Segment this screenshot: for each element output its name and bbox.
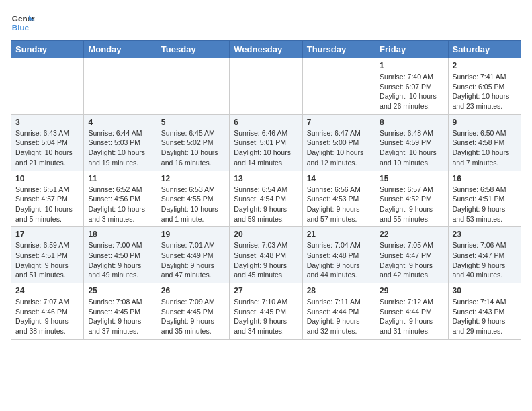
logo-icon: General Blue (11, 11, 35, 35)
page-header: General Blue (11, 11, 521, 35)
day-info: Sunrise: 7:10 AM Sunset: 4:45 PM Dayligh… (234, 297, 298, 336)
calendar-cell: 14Sunrise: 6:56 AM Sunset: 4:53 PM Dayli… (302, 171, 375, 227)
day-header-sunday: Sunday (11, 41, 84, 58)
day-number: 17 (15, 230, 79, 239)
day-number: 22 (380, 230, 443, 239)
day-info: Sunrise: 7:04 AM Sunset: 4:48 PM Dayligh… (307, 240, 371, 280)
day-info: Sunrise: 7:12 AM Sunset: 4:44 PM Dayligh… (380, 297, 443, 336)
day-number: 5 (161, 118, 225, 127)
calendar-cell (11, 58, 84, 115)
day-info: Sunrise: 6:48 AM Sunset: 4:59 PM Dayligh… (380, 128, 443, 168)
day-info: Sunrise: 7:00 AM Sunset: 4:50 PM Dayligh… (88, 240, 152, 280)
calendar-cell: 26Sunrise: 7:09 AM Sunset: 4:45 PM Dayli… (157, 283, 229, 340)
calendar-cell: 23Sunrise: 7:06 AM Sunset: 4:47 PM Dayli… (448, 227, 521, 283)
calendar-cell (230, 58, 302, 115)
day-info: Sunrise: 7:06 AM Sunset: 4:47 PM Dayligh… (453, 240, 517, 280)
calendar-cell: 5Sunrise: 6:45 AM Sunset: 5:02 PM Daylig… (157, 114, 229, 171)
day-number: 11 (88, 174, 152, 183)
calendar-week-5: 24Sunrise: 7:07 AM Sunset: 4:46 PM Dayli… (11, 283, 521, 340)
day-number: 2 (453, 61, 517, 71)
calendar-cell: 13Sunrise: 6:54 AM Sunset: 4:54 PM Dayli… (230, 171, 302, 227)
day-info: Sunrise: 7:41 AM Sunset: 6:05 PM Dayligh… (453, 72, 517, 111)
svg-text:Blue: Blue (12, 23, 30, 32)
day-number: 24 (15, 286, 79, 295)
calendar-week-1: 1Sunrise: 7:40 AM Sunset: 6:07 PM Daylig… (11, 58, 521, 115)
calendar-cell: 16Sunrise: 6:58 AM Sunset: 4:51 PM Dayli… (448, 171, 521, 227)
day-number: 12 (161, 174, 225, 183)
calendar-cell: 12Sunrise: 6:53 AM Sunset: 4:55 PM Dayli… (157, 171, 229, 227)
day-number: 15 (380, 174, 443, 183)
day-number: 16 (453, 174, 517, 183)
day-info: Sunrise: 6:46 AM Sunset: 5:01 PM Dayligh… (234, 128, 298, 168)
day-info: Sunrise: 7:11 AM Sunset: 4:44 PM Dayligh… (307, 297, 371, 336)
logo: General Blue (11, 11, 35, 35)
day-info: Sunrise: 7:03 AM Sunset: 4:48 PM Dayligh… (234, 240, 298, 280)
calendar-cell: 19Sunrise: 7:01 AM Sunset: 4:49 PM Dayli… (157, 227, 229, 283)
day-header-monday: Monday (84, 41, 157, 58)
day-number: 9 (453, 118, 517, 127)
calendar-cell: 10Sunrise: 6:51 AM Sunset: 4:57 PM Dayli… (11, 171, 84, 227)
day-header-wednesday: Wednesday (230, 41, 302, 58)
day-number: 23 (453, 230, 517, 239)
calendar-cell (302, 58, 375, 115)
day-info: Sunrise: 6:52 AM Sunset: 4:56 PM Dayligh… (88, 185, 152, 224)
day-number: 13 (234, 174, 298, 183)
day-number: 28 (307, 286, 371, 295)
calendar-cell: 15Sunrise: 6:57 AM Sunset: 4:52 PM Dayli… (375, 171, 448, 227)
day-number: 14 (307, 174, 371, 183)
calendar-cell: 27Sunrise: 7:10 AM Sunset: 4:45 PM Dayli… (230, 283, 302, 340)
calendar-cell: 21Sunrise: 7:04 AM Sunset: 4:48 PM Dayli… (302, 227, 375, 283)
day-number: 19 (161, 230, 225, 239)
day-info: Sunrise: 7:07 AM Sunset: 4:46 PM Dayligh… (15, 297, 79, 336)
day-info: Sunrise: 6:59 AM Sunset: 4:51 PM Dayligh… (15, 240, 79, 280)
calendar-cell: 9Sunrise: 6:50 AM Sunset: 4:58 PM Daylig… (448, 114, 521, 171)
day-info: Sunrise: 7:01 AM Sunset: 4:49 PM Dayligh… (161, 240, 225, 280)
day-info: Sunrise: 7:08 AM Sunset: 4:45 PM Dayligh… (88, 297, 152, 336)
day-number: 26 (161, 286, 225, 295)
day-number: 1 (380, 61, 443, 71)
day-info: Sunrise: 6:53 AM Sunset: 4:55 PM Dayligh… (161, 185, 225, 224)
day-info: Sunrise: 6:50 AM Sunset: 4:58 PM Dayligh… (453, 128, 517, 168)
day-info: Sunrise: 7:14 AM Sunset: 4:43 PM Dayligh… (453, 297, 517, 336)
day-number: 21 (307, 230, 371, 239)
day-number: 30 (453, 286, 517, 295)
calendar-cell: 20Sunrise: 7:03 AM Sunset: 4:48 PM Dayli… (230, 227, 302, 283)
day-number: 27 (234, 286, 298, 295)
day-info: Sunrise: 6:47 AM Sunset: 5:00 PM Dayligh… (307, 128, 371, 168)
calendar-cell: 2Sunrise: 7:41 AM Sunset: 6:05 PM Daylig… (448, 58, 521, 115)
day-info: Sunrise: 7:09 AM Sunset: 4:45 PM Dayligh… (161, 297, 225, 336)
day-info: Sunrise: 6:57 AM Sunset: 4:52 PM Dayligh… (380, 185, 443, 224)
calendar-week-4: 17Sunrise: 6:59 AM Sunset: 4:51 PM Dayli… (11, 227, 521, 283)
calendar-header-row: SundayMondayTuesdayWednesdayThursdayFrid… (11, 41, 521, 58)
calendar-cell: 18Sunrise: 7:00 AM Sunset: 4:50 PM Dayli… (84, 227, 157, 283)
calendar-cell: 7Sunrise: 6:47 AM Sunset: 5:00 PM Daylig… (302, 114, 375, 171)
day-number: 25 (88, 286, 152, 295)
calendar-week-3: 10Sunrise: 6:51 AM Sunset: 4:57 PM Dayli… (11, 171, 521, 227)
day-header-thursday: Thursday (302, 41, 375, 58)
day-header-friday: Friday (375, 41, 448, 58)
day-info: Sunrise: 6:43 AM Sunset: 5:04 PM Dayligh… (15, 128, 79, 168)
calendar-cell: 29Sunrise: 7:12 AM Sunset: 4:44 PM Dayli… (375, 283, 448, 340)
calendar-cell: 6Sunrise: 6:46 AM Sunset: 5:01 PM Daylig… (230, 114, 302, 171)
calendar-cell: 17Sunrise: 6:59 AM Sunset: 4:51 PM Dayli… (11, 227, 84, 283)
day-number: 3 (15, 118, 79, 127)
day-number: 8 (380, 118, 443, 127)
calendar-cell: 3Sunrise: 6:43 AM Sunset: 5:04 PM Daylig… (11, 114, 84, 171)
day-number: 29 (380, 286, 443, 295)
calendar-cell: 30Sunrise: 7:14 AM Sunset: 4:43 PM Dayli… (448, 283, 521, 340)
day-header-tuesday: Tuesday (157, 41, 229, 58)
calendar-cell: 4Sunrise: 6:44 AM Sunset: 5:03 PM Daylig… (84, 114, 157, 171)
day-number: 10 (15, 174, 79, 183)
day-info: Sunrise: 6:54 AM Sunset: 4:54 PM Dayligh… (234, 185, 298, 224)
calendar-cell (157, 58, 229, 115)
day-number: 6 (234, 118, 298, 127)
day-info: Sunrise: 6:51 AM Sunset: 4:57 PM Dayligh… (15, 185, 79, 224)
day-info: Sunrise: 7:40 AM Sunset: 6:07 PM Dayligh… (380, 72, 443, 111)
calendar-cell (84, 58, 157, 115)
calendar-cell: 8Sunrise: 6:48 AM Sunset: 4:59 PM Daylig… (375, 114, 448, 171)
calendar: SundayMondayTuesdayWednesdayThursdayFrid… (11, 40, 521, 340)
calendar-cell: 22Sunrise: 7:05 AM Sunset: 4:47 PM Dayli… (375, 227, 448, 283)
day-number: 20 (234, 230, 298, 239)
day-info: Sunrise: 6:56 AM Sunset: 4:53 PM Dayligh… (307, 185, 371, 224)
calendar-cell: 28Sunrise: 7:11 AM Sunset: 4:44 PM Dayli… (302, 283, 375, 340)
